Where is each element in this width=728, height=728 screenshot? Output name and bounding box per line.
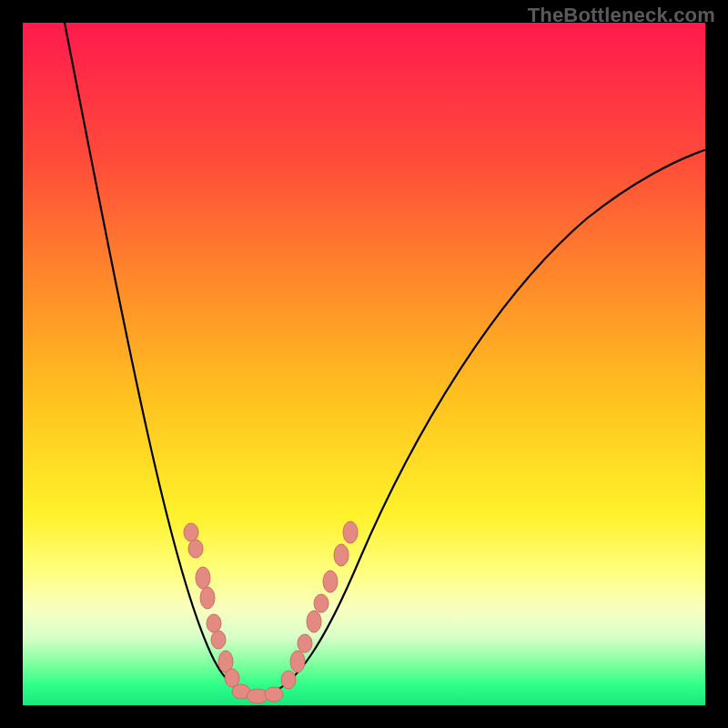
chart-svg	[23, 23, 705, 705]
data-marker	[265, 687, 283, 702]
bottleneck-curve	[64, 18, 710, 695]
data-marker	[207, 614, 221, 632]
watermark: TheBottleneck.com	[528, 4, 715, 27]
data-marker	[211, 631, 226, 649]
data-marker	[323, 571, 338, 592]
data-marker	[307, 611, 321, 632]
chart-frame	[23, 23, 705, 705]
data-marker	[188, 540, 203, 558]
data-marker	[225, 669, 239, 687]
data-marker	[184, 523, 198, 541]
data-marker	[290, 651, 305, 672]
data-marker	[196, 567, 210, 589]
data-marker	[200, 587, 215, 609]
data-marker	[314, 594, 329, 612]
marker-group	[184, 521, 358, 703]
data-marker	[334, 544, 349, 566]
data-marker	[343, 521, 358, 543]
data-marker	[281, 671, 296, 689]
data-marker	[298, 634, 312, 652]
